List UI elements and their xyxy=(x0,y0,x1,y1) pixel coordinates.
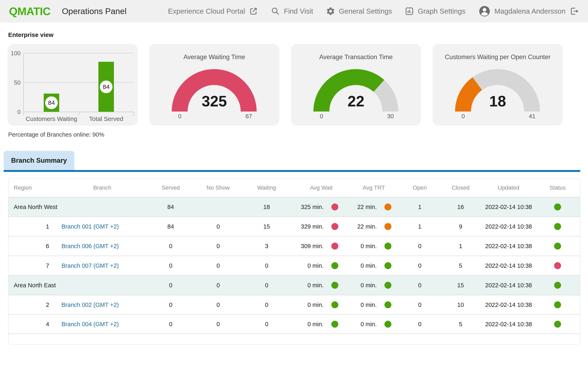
bar-chart-icon xyxy=(405,7,414,16)
closed-cell: 1 xyxy=(439,236,482,256)
branch-link[interactable]: Branch 004 (GMT +2) xyxy=(61,321,119,328)
open-cell: 0 xyxy=(400,276,439,295)
waiting-cell: 3 xyxy=(238,236,295,256)
gridline-50 xyxy=(24,82,134,83)
nav-label: Find Visit xyxy=(284,7,313,15)
open-cell: 0 xyxy=(400,236,439,256)
branch-cell: Branch 002 (GMT +2) xyxy=(61,295,143,314)
branch-link[interactable]: Branch 002 (GMT +2) xyxy=(61,301,119,308)
status-cell xyxy=(535,295,580,314)
branch-status-dot xyxy=(554,321,561,328)
table-row: 4 Branch 004 (GMT +2) 0 0 0 0 min. 0 min… xyxy=(8,314,580,334)
open-cell: 1 xyxy=(400,197,439,217)
no-show-cell: 0 xyxy=(198,217,238,236)
no-show-cell: 0 xyxy=(198,256,238,275)
open-cell: 1 xyxy=(400,217,439,236)
avg-wait-status-dot xyxy=(331,223,338,230)
served-cell: 0 xyxy=(143,236,198,256)
region-cell: 6 xyxy=(8,236,61,256)
branch-cell: Branch 004 (GMT +2) xyxy=(61,315,143,334)
table-row: 1 Branch 001 (GMT +2) 84 0 15 329 min. 2… xyxy=(8,217,580,236)
avg-transaction-time-card: Average Transaction Time 22 0 30 xyxy=(291,44,421,125)
table-row: Area North West 84 18 325 min. 22 min. 1… xyxy=(8,197,580,217)
open-cell: 0 xyxy=(400,315,439,334)
region-cell: Area North East xyxy=(8,276,61,295)
branch-cell: Branch 006 (GMT +2) xyxy=(61,236,143,256)
gauge-max-label: 30 xyxy=(378,113,403,120)
gauge-min-label: 0 xyxy=(309,113,334,120)
closed-cell: 5 xyxy=(439,256,482,275)
closed-cell: 10 xyxy=(439,295,482,314)
avg-wait-status-dot xyxy=(331,203,338,210)
y-tick-label: 0 xyxy=(8,109,21,115)
waiting-cell: 18 xyxy=(238,197,295,217)
avg-trt-status-dot xyxy=(384,301,391,308)
app-title: Operations Panel xyxy=(62,7,127,16)
kpi-title: Average Transaction Time xyxy=(291,53,421,61)
tab-bar: Branch Summary xyxy=(4,151,588,170)
updated-cell: 2022-02-14 10:38 xyxy=(482,315,535,334)
nav-general-settings[interactable]: General Settings xyxy=(326,7,392,16)
branch-link[interactable]: Branch 006 (GMT +2) xyxy=(61,243,119,250)
region-cell: Area North West xyxy=(8,197,61,217)
status-cell xyxy=(535,217,580,236)
branch-table-body: Area North West 84 18 325 min. 22 min. 1… xyxy=(8,197,580,334)
served-cell: 0 xyxy=(143,256,198,275)
user-menu[interactable]: Magdalena Andersson xyxy=(478,5,579,17)
branch-cell: Branch 007 (GMT +2) xyxy=(61,256,143,275)
no-show-cell xyxy=(198,197,238,217)
avg-wait-cell: 0 min. xyxy=(295,295,347,314)
branch-cell xyxy=(61,276,143,295)
branch-link[interactable]: Branch 007 (GMT +2) xyxy=(61,262,119,269)
avg-wait-cell: 0 min. xyxy=(295,276,347,295)
branch-status-dot xyxy=(554,301,561,308)
bar-value-badge: 84 xyxy=(100,81,112,93)
nav-experience-cloud-portal[interactable]: Experience Cloud Portal xyxy=(168,7,258,16)
column-header-no-show: No Show xyxy=(198,179,238,197)
gauge-max-label: 67 xyxy=(237,113,261,120)
branch-link[interactable]: Branch 001 (GMT +2) xyxy=(61,223,119,230)
nav-label: Graph Settings xyxy=(418,7,465,15)
y-axis-line xyxy=(23,53,24,115)
column-header-updated: Updated xyxy=(482,179,535,197)
y-tick-label: 100 xyxy=(8,50,21,57)
column-header-region: Region xyxy=(8,179,61,197)
branch-status-dot xyxy=(554,282,561,289)
column-header-open: Open xyxy=(400,179,439,197)
branch-status-dot xyxy=(554,262,561,269)
branch-status-dot xyxy=(554,243,561,250)
table-header-row: Region Branch Served No Show Waiting Avg… xyxy=(8,179,580,197)
gauge-value: 18 xyxy=(433,92,563,110)
region-cell: 7 xyxy=(8,256,61,275)
avg-trt-status-dot xyxy=(384,243,391,250)
branch-status-dot xyxy=(554,203,561,210)
kpi-card-row: 100 50 0 84 84 Customers Waiting Total S… xyxy=(8,44,588,125)
top-bar: QMATIC Operations Panel Experience Cloud… xyxy=(0,0,588,22)
bar-customers-waiting: 84 xyxy=(44,94,59,112)
avg-trt-cell: 0 min. xyxy=(347,236,400,256)
closed-cell: 9 xyxy=(439,217,482,236)
qmatic-logo: QMATIC xyxy=(9,5,51,17)
served-cell: 0 xyxy=(143,315,198,334)
nav-graph-settings[interactable]: Graph Settings xyxy=(405,7,465,16)
closed-cell: 15 xyxy=(439,276,482,295)
table-row: 6 Branch 006 (GMT +2) 0 0 3 309 min. 0 m… xyxy=(8,236,580,256)
waiting-cell: 0 xyxy=(238,276,295,295)
updated-cell: 2022-02-14 10:38 xyxy=(482,276,535,295)
avg-wait-status-dot xyxy=(331,262,338,269)
tab-branch-summary[interactable]: Branch Summary xyxy=(4,151,74,170)
served-cell: 84 xyxy=(143,217,198,236)
avg-trt-status-dot xyxy=(384,262,391,269)
nav-find-visit[interactable]: Find Visit xyxy=(271,7,313,16)
table-row: 2 Branch 002 (GMT +2) 0 0 0 0 min. 0 min… xyxy=(8,295,580,314)
column-header-avg-trt: Avg TRT xyxy=(347,179,400,197)
branch-status-dot xyxy=(554,223,561,230)
avg-trt-cell: 0 min. xyxy=(347,256,400,275)
avg-trt-cell: 0 min. xyxy=(347,276,400,295)
avg-wait-cell: 329 min. xyxy=(295,217,347,236)
open-cell: 0 xyxy=(400,256,439,275)
no-show-cell: 0 xyxy=(198,295,238,314)
logout-icon[interactable] xyxy=(569,6,579,16)
waiting-cell: 0 xyxy=(238,315,295,334)
gauge-value: 325 xyxy=(149,92,279,110)
